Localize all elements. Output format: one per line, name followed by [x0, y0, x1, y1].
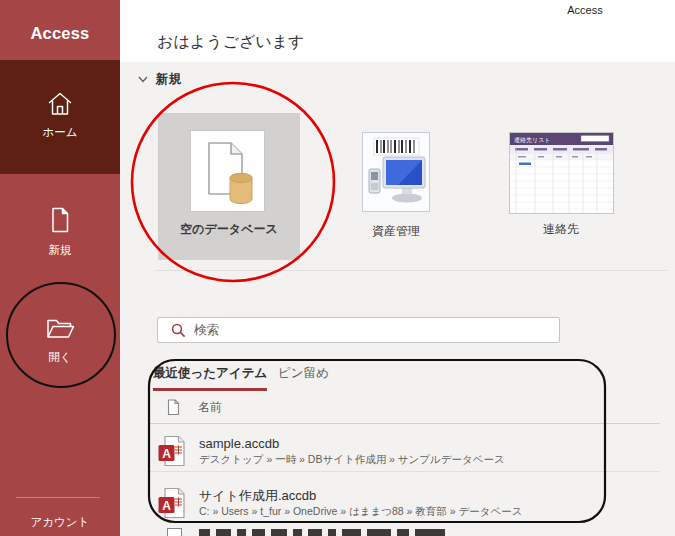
handheld-scanner-icon [369, 169, 380, 193]
file-path: C: » Users » t_fur » OneDrive » はままつ88 »… [199, 504, 522, 519]
sidebar-item-label: 新規 [49, 244, 72, 256]
contacts-thumbnail[interactable]: 連絡先リスト [509, 132, 614, 214]
thumbnail-title: 連絡先リスト [514, 137, 550, 144]
recent-list-header[interactable]: 名前 [167, 399, 222, 416]
recent-file-row[interactable]: A サイト作成用.accdb C: » Users » t_fur » OneD… [158, 481, 598, 525]
tab-recent-items[interactable]: 最近使ったアイテム [153, 365, 267, 391]
sidebar-divider [16, 497, 100, 498]
access-file-icon: A [158, 435, 185, 467]
file-icon-clipped [167, 528, 182, 536]
database-cylinder-icon [230, 173, 252, 203]
list-divider [150, 471, 660, 472]
svg-text:A: A [162, 499, 171, 513]
partial-recent-file-row[interactable] [167, 528, 445, 536]
sidebar-item-label: ホーム [42, 126, 77, 138]
svg-text:A: A [162, 447, 171, 461]
sidebar-item-account[interactable]: アカウント [0, 515, 120, 530]
sidebar-item-open[interactable]: 開く [0, 306, 120, 376]
app-logo: Access [0, 24, 120, 43]
column-header-name[interactable]: 名前 [198, 399, 222, 416]
greeting-text: おはようございます [157, 32, 304, 53]
search-input[interactable] [194, 319, 559, 341]
thumbnail-search-box [581, 136, 609, 142]
chevron-down-icon [138, 76, 148, 83]
access-file-icon: A [158, 487, 185, 519]
sidebar-item-label: 開く [48, 351, 71, 363]
section-divider [155, 270, 667, 271]
document-icon [167, 399, 180, 416]
sidebar: Access ホーム 新規 [0, 0, 120, 536]
thumbnail-link-cell [519, 163, 531, 166]
search-icon [171, 323, 186, 338]
barcode-icon [374, 138, 419, 155]
file-name: サイト作成用.accdb [199, 487, 522, 505]
new-document-icon [48, 206, 72, 234]
asset-management-thumbnail[interactable] [362, 132, 430, 212]
sidebar-item-home[interactable]: ホーム [0, 60, 120, 174]
home-icon [46, 90, 74, 116]
template-label-asset-management[interactable]: 資産管理 [356, 223, 436, 240]
open-folder-icon [45, 316, 75, 341]
recent-file-row[interactable]: A sample.accdb デスクトップ » 一時 » DBサイト作成用 » … [158, 429, 598, 473]
new-section-title: 新規 [156, 71, 181, 88]
tab-pinned[interactable]: ピン留め [278, 365, 329, 382]
list-divider [150, 423, 660, 424]
clipped-text [199, 529, 445, 536]
window-title: Access [545, 4, 625, 16]
template-label-contacts[interactable]: 連絡先 [521, 221, 601, 238]
file-path: デスクトップ » 一時 » DBサイト作成用 » サンプルデータベース [199, 452, 505, 467]
sidebar-item-new[interactable]: 新規 [0, 196, 120, 266]
blank-database-thumbnail[interactable] [191, 131, 264, 211]
search-box[interactable] [157, 317, 560, 343]
template-label-blank-database[interactable]: 空のデータベース [158, 221, 300, 238]
access-backstage-window: Access Access ホーム 新規 [0, 0, 675, 536]
new-section-header[interactable]: 新規 [138, 71, 181, 88]
file-name: sample.accdb [199, 435, 505, 453]
